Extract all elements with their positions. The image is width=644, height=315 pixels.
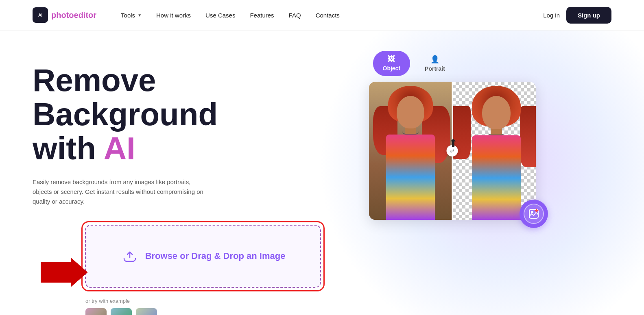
nav-features[interactable]: Features xyxy=(250,12,274,19)
navbar: AI photoeditor Tools ▼ How it works Use … xyxy=(0,0,644,30)
tab-portrait[interactable]: 👤 Portrait xyxy=(415,51,455,76)
example-thumbnails xyxy=(85,308,260,315)
hero-right: 🖼 Object 👤 Portrait xyxy=(260,55,611,220)
upload-outer-border: Browse or Drag & Drop an Image xyxy=(81,221,325,291)
floating-badge xyxy=(520,200,548,228)
upload-icon xyxy=(121,246,139,266)
nav-links: Tools ▼ How it works Use Cases Features … xyxy=(121,12,543,19)
comparison-divider[interactable]: ⇄ xyxy=(452,82,453,220)
logo-link[interactable]: AI photoeditor xyxy=(33,7,96,23)
tab-portrait-label: Portrait xyxy=(425,65,445,72)
hero-left: Remove Background with AI Easily remove … xyxy=(33,55,260,315)
logo-icon: AI xyxy=(33,7,48,23)
upload-area-wrapper: Browse or Drag & Drop an Image or try wi… xyxy=(28,221,260,315)
nav-use-cases[interactable]: Use Cases xyxy=(205,12,235,19)
svg-point-2 xyxy=(531,211,533,213)
example-thumb-3[interactable] xyxy=(136,308,157,315)
tab-object[interactable]: 🖼 Object xyxy=(373,51,410,76)
divider-handle[interactable]: ⇄ xyxy=(447,145,458,156)
badge-icon xyxy=(524,204,544,224)
hero-subtitle: Easily remove backgrounds from any image… xyxy=(33,177,203,206)
portrait-icon: 👤 xyxy=(430,55,439,64)
divider-icon: ⇄ xyxy=(450,148,454,154)
example-thumb-1[interactable] xyxy=(85,308,107,315)
mode-tabs: 🖼 Object 👤 Portrait xyxy=(373,51,536,76)
upload-dropzone[interactable]: Browse or Drag & Drop an Image xyxy=(85,225,321,288)
nav-tools-dropdown[interactable]: Tools ▼ xyxy=(121,12,142,19)
image-comparison: ⇄ ⬆ xyxy=(369,82,536,220)
nav-faq[interactable]: FAQ xyxy=(289,12,301,19)
object-icon: 🖼 xyxy=(388,55,395,63)
svg-marker-0 xyxy=(41,258,87,287)
or-try-text: or try with example xyxy=(85,298,260,304)
logo-text: photoeditor xyxy=(51,11,96,20)
original-image xyxy=(369,82,452,220)
hero-title: Remove Background with AI xyxy=(33,63,260,166)
red-arrow-indicator xyxy=(41,258,87,288)
nav-tools-link[interactable]: Tools xyxy=(121,12,135,19)
transparent-image xyxy=(452,82,536,220)
preview-card: 🖼 Object 👤 Portrait xyxy=(369,51,536,220)
signup-button[interactable]: Sign up xyxy=(566,7,611,24)
example-thumb-2[interactable] xyxy=(111,308,132,315)
nav-how-it-works[interactable]: How it works xyxy=(156,12,191,19)
login-button[interactable]: Log in xyxy=(543,12,560,19)
upload-label: Browse or Drag & Drop an Image xyxy=(145,251,286,261)
main-content: Remove Background with AI Easily remove … xyxy=(0,30,644,315)
tab-object-label: Object xyxy=(383,65,401,72)
nav-right: Log in Sign up xyxy=(543,7,611,24)
nav-contacts[interactable]: Contacts xyxy=(316,12,340,19)
chevron-down-icon: ▼ xyxy=(138,13,142,17)
